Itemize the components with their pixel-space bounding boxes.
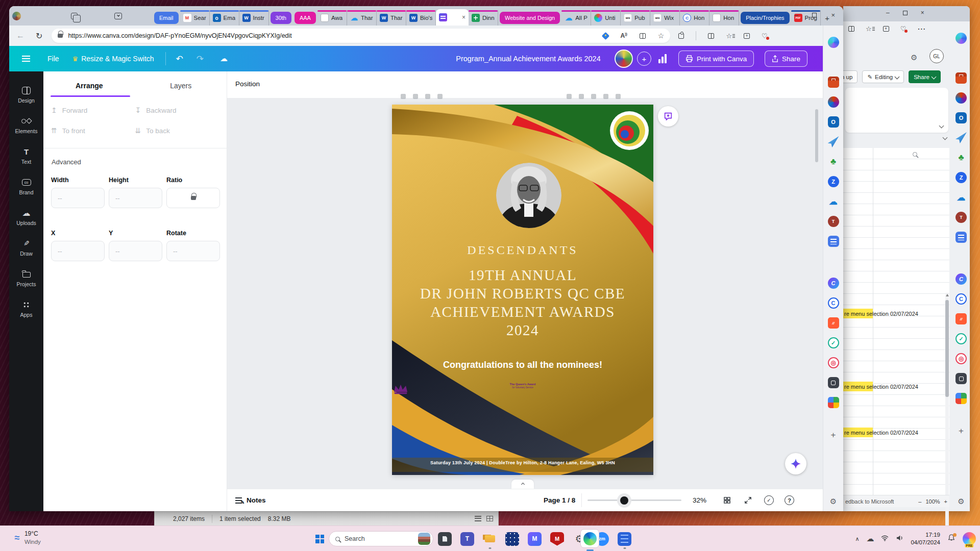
bg-spreadsheet[interactable]: re menu selection 02/07/2024 re menu sel…	[843, 148, 949, 495]
rail-item[interactable]: Apps	[9, 300, 43, 318]
browser-tab[interactable]: Unti ×	[591, 10, 621, 26]
taskbar-app-icon[interactable]	[618, 532, 631, 546]
sidebar-app-icon[interactable]	[828, 77, 839, 88]
sidebar-app-icon[interactable]	[828, 236, 839, 247]
sidebar-app-icon[interactable]	[828, 357, 839, 368]
backward-button[interactable]: ↧Backward	[135, 106, 219, 114]
slider-track[interactable]	[587, 499, 681, 502]
browser-tab[interactable]: Dinn ×	[469, 10, 498, 26]
page-url[interactable]: https://www.canva.com/design/DAF-pYnoEGM…	[68, 32, 596, 39]
browser-tab[interactable]: Thar ×	[377, 10, 406, 26]
bg-split-screen-icon[interactable]	[848, 26, 854, 32]
browser-tab[interactable]: Sear ×	[180, 10, 210, 26]
sidebar-app-icon[interactable]	[955, 192, 967, 203]
sidebar-app-icon[interactable]	[828, 397, 839, 408]
bg-editing-dropdown[interactable]: ✎ Editing	[862, 70, 904, 83]
fullscreen-icon[interactable]	[744, 496, 752, 504]
forward-button[interactable]: ↥Forward	[51, 106, 135, 114]
sidebar-app-icon[interactable]	[828, 96, 839, 108]
notes-button[interactable]: Notes	[235, 496, 266, 504]
sidebar-app-icon[interactable]	[828, 337, 839, 348]
sidebar-app-icon[interactable]	[828, 176, 839, 187]
bg-more-menu-icon[interactable]: ⋯	[917, 24, 925, 34]
browser-tab[interactable]: AAA ×	[295, 12, 316, 24]
poster-congrats[interactable]: Congratulations to all the nominees!	[392, 360, 653, 370]
check-status-icon[interactable]: ✓	[764, 495, 774, 505]
sidebar-app-icon[interactable]	[955, 172, 967, 183]
sidebar-app-icon[interactable]	[955, 72, 967, 84]
sidebar-app-icon[interactable]	[955, 53, 967, 64]
shopping-tag-icon[interactable]	[601, 32, 609, 40]
sidebar-app-icon[interactable]	[828, 430, 839, 441]
taskbar-edge-active[interactable]	[580, 529, 599, 548]
bg-collections-icon[interactable]: +	[883, 26, 889, 32]
page-indicator[interactable]: Page 1 / 8	[544, 496, 575, 504]
resize-magic-switch-button[interactable]: ♛ Resize & Magic Switch	[72, 55, 154, 63]
rail-item[interactable]: Projects	[9, 269, 43, 287]
bg-zoom-out-icon[interactable]: –	[918, 498, 921, 505]
design-title[interactable]: Program_Annual Achievement Awards 2024	[456, 46, 600, 71]
bg-minimize-button[interactable]: –	[886, 9, 890, 16]
browser-profile-icon[interactable]	[12, 12, 21, 20]
sidebar-app-icon[interactable]	[955, 333, 967, 344]
refresh-button-icon[interactable]: ↻	[36, 31, 42, 41]
window-maximize-button[interactable]	[812, 13, 817, 17]
taskbar-app-icon[interactable]	[483, 532, 497, 546]
poster-title[interactable]: 19TH ANNUAL DR JOHN ROBERTS QC CBE ACHIE…	[392, 266, 653, 339]
sidebar-app-icon[interactable]	[955, 313, 967, 324]
window-close-button[interactable]: ×	[831, 11, 835, 19]
sidebar-app-icon[interactable]	[955, 293, 967, 305]
paint-preview-icon[interactable]: PRE	[963, 532, 976, 545]
sidebar-app-icon[interactable]	[828, 116, 839, 128]
tab-close-icon[interactable]: ×	[462, 14, 465, 21]
to-back-button[interactable]: ⇊To back	[135, 127, 219, 135]
share-button[interactable]: Share	[765, 51, 807, 67]
hamburger-menu-icon[interactable]	[22, 56, 30, 62]
rail-item[interactable]: Text	[9, 147, 43, 165]
sidebar-app-icon[interactable]	[828, 196, 839, 207]
help-icon[interactable]: ?	[785, 495, 794, 505]
url-field[interactable]: https://www.canva.com/design/DAF-pYnoEGM…	[52, 29, 670, 43]
sidebar-app-icon[interactable]	[828, 57, 839, 68]
zoom-level[interactable]: 32%	[693, 496, 706, 504]
poster-event-details[interactable]: Saturday 13th July 2024 | DoubleTree by …	[392, 460, 653, 465]
side-panels-icon[interactable]	[708, 33, 714, 39]
canvas-scrollbar[interactable]	[815, 109, 818, 162]
bg-browser-essentials-icon[interactable]: ♡	[900, 25, 906, 33]
sidebar-app-icon[interactable]	[828, 37, 839, 48]
clock[interactable]: 17:19 04/07/2024	[911, 531, 940, 546]
sidebar-app-icon[interactable]	[828, 136, 839, 147]
zoom-slider[interactable]	[587, 489, 681, 511]
tab-search-icon[interactable]	[114, 13, 122, 19]
browser-tab[interactable]: Ema ×	[210, 10, 239, 26]
y-input[interactable]: --	[109, 241, 162, 261]
sidebar-app-icon[interactable]	[955, 132, 967, 143]
sidebar-app-icon[interactable]	[828, 156, 839, 167]
explorer-thumbnail-view-icon[interactable]	[486, 516, 493, 521]
hidden-icons-caret[interactable]: ∧	[855, 536, 859, 542]
sidebar-app-icon[interactable]	[828, 317, 839, 329]
sidebar-app-icon[interactable]	[955, 112, 967, 123]
sidebar-app-icon[interactable]	[828, 377, 839, 388]
bg-zoom-in-icon[interactable]: +	[944, 498, 947, 505]
sidebar-app-icon[interactable]	[955, 425, 967, 437]
favorites-list-icon[interactable]: ☆	[726, 32, 732, 40]
collections-icon[interactable]: +	[744, 33, 750, 39]
browser-tab[interactable]: Pub ×	[621, 10, 650, 26]
bg-close-button[interactable]: ×	[921, 9, 924, 16]
queens-award-logo[interactable]: The Queen's Award for Voluntary Service	[392, 383, 653, 389]
x-input[interactable]: --	[51, 241, 105, 261]
browser-tab[interactable]: 30th ×	[271, 12, 291, 24]
tab-arrange[interactable]: Arrange	[43, 82, 135, 97]
insights-chart-icon[interactable]	[658, 54, 667, 63]
grid-view-icon[interactable]	[723, 496, 731, 504]
sidebar-app-icon[interactable]	[955, 232, 967, 243]
redo-icon[interactable]: ↷	[197, 54, 204, 64]
collapse-footer-button[interactable]	[511, 480, 534, 489]
to-front-button[interactable]: ⇈To front	[51, 127, 135, 135]
add-comment-button[interactable]	[658, 106, 678, 127]
browser-tab[interactable]: Wix ×	[650, 10, 680, 26]
browser-tab[interactable]: Hon ×	[680, 10, 709, 26]
browser-tab[interactable]: Placin/Trophies ×	[741, 12, 789, 24]
scrollbar-thumb[interactable]	[945, 300, 949, 397]
